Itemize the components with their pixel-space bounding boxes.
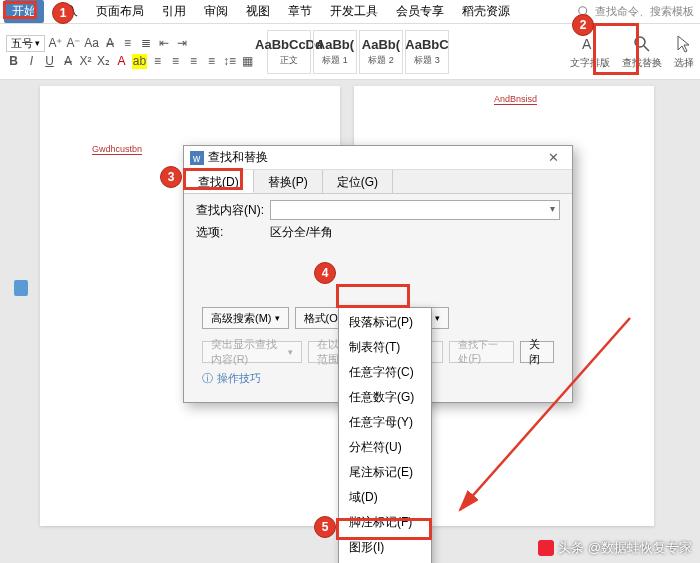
clear-format-icon[interactable]: A̶	[102, 36, 117, 51]
menu-graphic[interactable]: 图形(I)	[339, 535, 431, 560]
shading-icon[interactable]: ▦	[240, 54, 255, 69]
tab-replace[interactable]: 替换(P)	[254, 170, 323, 193]
close-icon[interactable]: ✕	[540, 150, 566, 165]
svg-line-4	[644, 46, 649, 51]
menu-paragraph-mark[interactable]: 段落标记(P)	[339, 310, 431, 335]
find-replace-icon	[632, 34, 652, 54]
menu-any-digit[interactable]: 任意数字(G)	[339, 385, 431, 410]
numbering-icon[interactable]: ≣	[138, 36, 153, 51]
increase-font-icon[interactable]: A⁺	[48, 36, 63, 51]
toolbar: 五号 ▾ A⁺ A⁻ Aa A̶ ≡ ≣ ⇤ ⇥ B I U A̶ X² X₂ …	[0, 24, 700, 80]
ribbon-tabs: 开始 插入 页面布局 引用 审阅 视图 章节 开发工具 会员专享 稻壳资源 查找…	[0, 0, 700, 24]
align-center-icon[interactable]: ≡	[168, 54, 183, 69]
super-icon[interactable]: X²	[78, 54, 93, 69]
bold-icon[interactable]: B	[6, 54, 21, 69]
cursor-icon	[674, 34, 694, 54]
tab-member[interactable]: 会员专享	[388, 0, 452, 23]
dialog-titlebar[interactable]: w 查找和替换 ✕	[184, 146, 572, 170]
strike-icon[interactable]: A̶	[60, 54, 75, 69]
menu-any-char[interactable]: 任意字符(C)	[339, 360, 431, 385]
style-normal[interactable]: AaBbCcDd正文	[267, 30, 311, 74]
options-value: 区分全/半角	[270, 224, 333, 241]
find-replace-button[interactable]: 查找替换	[622, 34, 662, 70]
font-color-icon[interactable]: A	[114, 54, 129, 69]
decrease-font-icon[interactable]: A⁻	[66, 36, 81, 51]
tab-devtools[interactable]: 开发工具	[322, 0, 386, 23]
page2-text: AndBnsisd	[494, 94, 537, 105]
style-h3[interactable]: AaBbC标题 3	[405, 30, 449, 74]
options-label: 选项:	[196, 224, 270, 241]
watermark-icon	[538, 540, 554, 556]
sub-icon[interactable]: X₂	[96, 54, 111, 69]
tab-references[interactable]: 引用	[154, 0, 194, 23]
style-gallery: AaBbCcDd正文 AaBb(标题 1 AaBb(标题 2 AaBbC标题 3	[267, 30, 449, 74]
highlight-icon[interactable]: ab	[132, 54, 147, 69]
svg-point-0	[579, 6, 587, 14]
search-placeholder: 查找命令、搜索模板	[595, 4, 694, 19]
indent-right-icon[interactable]: ⇥	[174, 36, 189, 51]
menu-footnote-mark[interactable]: 脚注标记(F)	[339, 510, 431, 535]
menu-any-letter[interactable]: 任意字母(Y)	[339, 410, 431, 435]
callout-4: 4	[314, 262, 336, 284]
menu-endnote-mark[interactable]: 尾注标记(E)	[339, 460, 431, 485]
dialog-icon: w	[190, 151, 204, 165]
callout-2: 2	[572, 14, 594, 36]
dialog-title: 查找和替换	[208, 149, 268, 166]
style-h2[interactable]: AaBb(标题 2	[359, 30, 403, 74]
tab-resources[interactable]: 稻壳资源	[454, 0, 518, 23]
tab-find[interactable]: 查找(D)	[184, 170, 254, 193]
text-layout-button[interactable]: A 文字排版	[570, 34, 610, 70]
special-format-menu: 段落标记(P) 制表符(T) 任意字符(C) 任意数字(G) 任意字母(Y) 分…	[338, 307, 432, 563]
bullets-icon[interactable]: ≡	[120, 36, 135, 51]
align-left-icon[interactable]: ≡	[150, 54, 165, 69]
menu-tab-char[interactable]: 制表符(T)	[339, 335, 431, 360]
close-button[interactable]: 关闭	[520, 341, 554, 363]
find-content-label: 查找内容(N):	[196, 202, 270, 219]
line-spacing-icon[interactable]: ↕≡	[222, 54, 237, 69]
callout-1: 1	[52, 2, 74, 24]
tab-start[interactable]: 开始	[4, 0, 44, 23]
tab-view[interactable]: 视图	[238, 0, 278, 23]
italic-icon[interactable]: I	[24, 54, 39, 69]
menu-column-break[interactable]: 分栏符(U)	[339, 435, 431, 460]
find-next-button[interactable]: 查找下一处(F)	[449, 341, 513, 363]
tab-sections[interactable]: 章节	[280, 0, 320, 23]
dialog-tabs: 查找(D) 替换(P) 定位(G)	[184, 170, 572, 194]
info-icon: ⓘ	[202, 371, 213, 386]
doc-panel-icon[interactable]	[14, 280, 28, 296]
advanced-search-button[interactable]: 高级搜索(M)▾	[202, 307, 289, 329]
menu-field[interactable]: 域(D)	[339, 485, 431, 510]
page1-text: Gwdhcustbn	[92, 144, 142, 155]
right-tools: A 文字排版 查找替换 选择	[570, 34, 694, 70]
highlight-results-button[interactable]: 突出显示查找内容(R)▾	[202, 341, 302, 363]
callout-5: 5	[314, 516, 336, 538]
select-button[interactable]: 选择	[674, 34, 694, 70]
style-h1[interactable]: AaBb(标题 1	[313, 30, 357, 74]
watermark: 头条 @数据蛙恢复专家	[538, 539, 692, 557]
tab-layout[interactable]: 页面布局	[88, 0, 152, 23]
justify-icon[interactable]: ≡	[204, 54, 219, 69]
tab-review[interactable]: 审阅	[196, 0, 236, 23]
align-right-icon[interactable]: ≡	[186, 54, 201, 69]
svg-text:w: w	[192, 153, 201, 164]
underline-icon[interactable]: U	[42, 54, 57, 69]
change-case-icon[interactable]: Aa	[84, 36, 99, 51]
tab-goto[interactable]: 定位(G)	[323, 170, 393, 193]
callout-3: 3	[160, 166, 182, 188]
font-group: 五号 ▾ A⁺ A⁻ Aa A̶ ≡ ≣ ⇤ ⇥ B I U A̶ X² X₂ …	[6, 35, 255, 69]
svg-point-3	[635, 37, 645, 47]
ribbon-search[interactable]: 查找命令、搜索模板	[577, 4, 700, 19]
indent-left-icon[interactable]: ⇤	[156, 36, 171, 51]
find-content-input[interactable]	[270, 200, 560, 220]
font-size-select[interactable]: 五号 ▾	[6, 35, 45, 52]
text-layout-icon: A	[580, 34, 600, 54]
svg-text:A: A	[582, 36, 592, 52]
